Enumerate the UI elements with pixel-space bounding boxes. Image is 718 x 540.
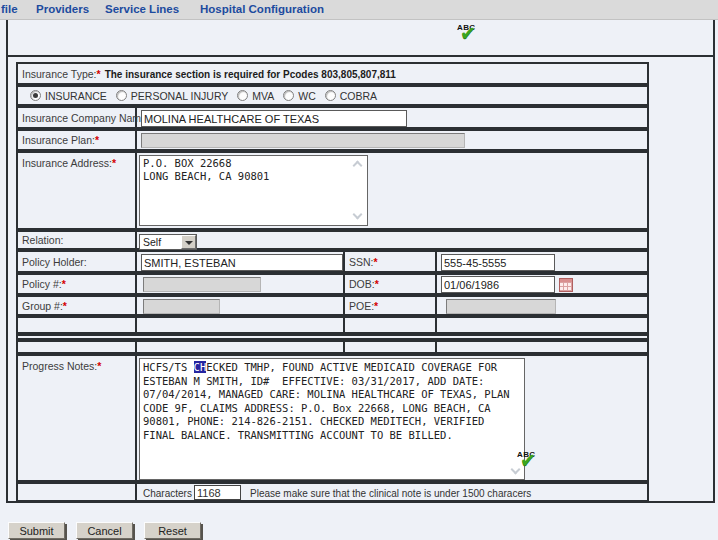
cell-divider — [135, 340, 137, 354]
policy-holder-label: Policy Holder: — [22, 256, 87, 268]
insurance-form-page: { "colors": { "menu_text": "#1d4b9f", "a… — [0, 0, 718, 540]
row-policy-holder: Policy Holder: SSN:* — [16, 250, 649, 273]
selected-text: CH — [194, 361, 207, 373]
required-asterisk: * — [375, 278, 379, 290]
progress-notes-label: Progress Notes:* — [22, 360, 101, 372]
cell-divider — [343, 273, 345, 295]
cell-divider — [435, 273, 437, 295]
section-divider — [6, 55, 715, 57]
menu-item-file[interactable]: file — [1, 3, 18, 15]
radio-button-icon[interactable] — [30, 90, 41, 101]
cell-divider — [135, 354, 137, 482]
characters-left-input[interactable] — [194, 485, 241, 500]
required-asterisk: * — [112, 157, 116, 169]
row-insurance-address: Insurance Address:* P.O. BOX 22668 LONG … — [16, 151, 649, 230]
required-asterisk: * — [63, 300, 67, 312]
policy-holder-input[interactable] — [141, 254, 343, 271]
progress-notes-textarea[interactable]: HCFS/TS CHECKED TMHP, FOUND ACTIVE MEDIC… — [139, 358, 525, 480]
required-asterisk: * — [97, 68, 101, 80]
row-insurance-type-header: Insurance Type:*The insurance section is… — [16, 62, 649, 85]
notes-text: HCFS/TS — [143, 361, 194, 373]
radio-wc-label: WC — [298, 90, 316, 102]
ssn-label: SSN:* — [349, 256, 378, 268]
empty-row — [16, 340, 649, 354]
row-relation: Relation: Self — [16, 230, 649, 250]
insurance-type-note: The insurance section is required for Pc… — [105, 69, 396, 80]
radio-button-icon[interactable] — [116, 90, 127, 101]
required-asterisk: * — [374, 256, 378, 268]
menu-item-hospital-configuration[interactable]: Hospital Configuration — [200, 3, 324, 15]
insurance-form-panel: Insurance Type:*The insurance section is… — [6, 20, 715, 503]
policy-number-input — [143, 277, 261, 292]
green-check-icon: ✔ — [460, 24, 476, 43]
cell-divider — [135, 295, 137, 316]
required-asterisk: * — [374, 300, 378, 312]
cell-divider — [343, 340, 345, 354]
spellcheck-abc-icon[interactable]: ABC ✔ — [457, 23, 489, 51]
reset-button[interactable]: Reset — [144, 522, 201, 539]
insurance-type-label: Insurance Type:*The insurance section is… — [22, 68, 396, 80]
insurance-company-label: Insurance Company Name:* — [22, 112, 154, 124]
submit-button[interactable]: Submit — [8, 522, 65, 539]
required-asterisk: * — [95, 134, 99, 146]
cell-divider — [135, 151, 137, 230]
menu-item-providers[interactable]: Providers — [36, 3, 89, 15]
insurance-address-label: Insurance Address:* — [22, 157, 116, 169]
cell-divider — [135, 273, 137, 295]
cell-divider — [135, 316, 137, 334]
cell-divider — [435, 295, 437, 316]
radio-cobra-label: COBRA — [340, 90, 377, 102]
required-asterisk: * — [97, 360, 101, 372]
dob-input[interactable] — [441, 276, 555, 293]
radio-insurance[interactable]: INSURANCE — [30, 90, 107, 102]
required-asterisk: * — [62, 278, 66, 290]
cell-divider — [135, 482, 137, 502]
poe-input — [446, 299, 556, 314]
insurance-plan-input — [141, 133, 465, 148]
cell-divider — [343, 295, 345, 316]
menu-bar: file Providers Service Lines Hospital Co… — [0, 0, 718, 20]
radio-button-icon[interactable] — [283, 90, 294, 101]
cell-divider — [343, 316, 345, 334]
ssn-input[interactable] — [441, 254, 555, 271]
relation-label: Relation: — [22, 234, 63, 246]
dropdown-arrow-icon[interactable] — [181, 235, 196, 249]
cell-divider — [435, 250, 437, 273]
row-insurance-type-options: INSURANCE PERSONAL INJURY MVA WC COBRA — [16, 85, 649, 106]
cancel-button[interactable]: Cancel — [76, 522, 133, 539]
group-number-input — [143, 299, 220, 314]
radio-wc[interactable]: WC — [283, 90, 316, 102]
cell-divider — [343, 250, 345, 273]
relation-select[interactable]: Self — [139, 234, 197, 250]
empty-row — [16, 316, 649, 334]
radio-cobra[interactable]: COBRA — [325, 90, 377, 102]
radio-mva[interactable]: MVA — [237, 90, 274, 102]
green-check-icon: ✔ — [520, 451, 536, 470]
insurance-address-textarea[interactable]: P.O. BOX 22668 LONG BEACH, CA 90801 — [139, 155, 368, 226]
calendar-icon[interactable] — [559, 278, 573, 292]
cell-divider — [135, 250, 137, 273]
row-group-number: Group #:* POE:* — [16, 295, 649, 316]
radio-button-icon[interactable] — [325, 90, 336, 101]
radio-personal-injury-label: PERSONAL INJURY — [131, 90, 228, 102]
row-insurance-company: Insurance Company Name:* — [16, 106, 649, 129]
radio-insurance-label: INSURANCE — [45, 90, 107, 102]
row-insurance-plan: Insurance Plan:* — [16, 129, 649, 151]
spellcheck-abc-icon[interactable]: ABC ✔ — [517, 450, 549, 478]
policy-number-label: Policy #:* — [22, 278, 66, 290]
cell-divider — [435, 340, 437, 354]
cell-divider — [435, 316, 437, 334]
menu-item-service-lines[interactable]: Service Lines — [105, 3, 179, 15]
row-progress-notes: Progress Notes:* HCFS/TS CHECKED TMHP, F… — [16, 354, 649, 482]
poe-label: POE:* — [349, 300, 378, 312]
radio-button-icon[interactable] — [237, 90, 248, 101]
radio-personal-injury[interactable]: PERSONAL INJURY — [116, 90, 228, 102]
relation-selected-value: Self — [143, 236, 161, 248]
radio-mva-label: MVA — [252, 90, 274, 102]
insurance-company-input[interactable] — [141, 110, 407, 127]
group-number-label: Group #:* — [22, 300, 67, 312]
characters-left-note: Please make sure that the clinical note … — [250, 488, 531, 499]
cell-divider — [135, 230, 137, 250]
cell-divider — [135, 129, 137, 151]
row-characters-left: Characters left Please make sure that th… — [16, 482, 649, 502]
